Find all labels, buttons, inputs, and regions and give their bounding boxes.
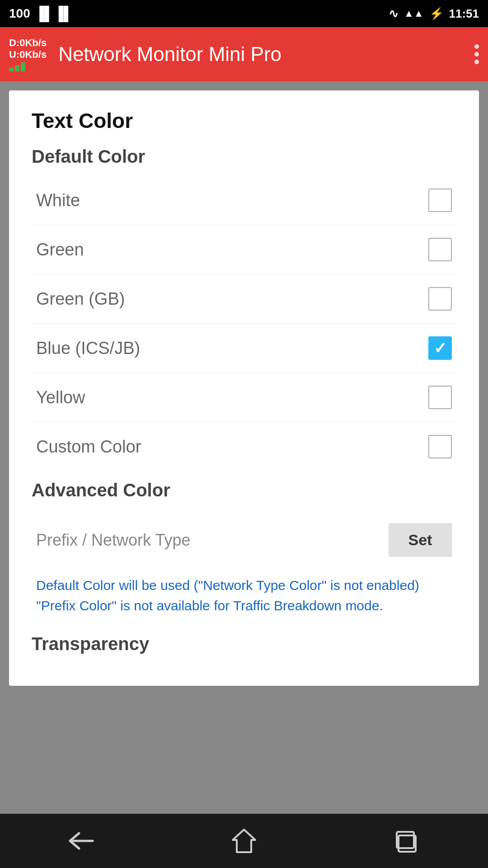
color-label-yellow: Yellow <box>36 388 85 407</box>
color-label-custom: Custom Color <box>36 437 141 457</box>
divider-1 <box>32 225 456 225</box>
status-left: 100 ▐▌▐▌ <box>9 6 73 21</box>
checkbox-custom[interactable] <box>428 435 452 458</box>
upload-stat: U:0Kb/s <box>9 49 47 61</box>
checkbox-green[interactable] <box>428 238 452 261</box>
color-option-white: White <box>32 180 456 220</box>
color-option-blue: Blue (ICS/JB) <box>32 328 456 368</box>
info-line-2: "Prefix Color" is not available for Traf… <box>36 598 383 613</box>
divider-4 <box>32 373 456 373</box>
info-line-1: Default Color will be used ("Network Typ… <box>36 578 419 593</box>
signal-icon: ▲▲ <box>404 8 424 19</box>
color-label-white: White <box>36 191 80 210</box>
download-stat: D:0Kb/s <box>9 37 47 49</box>
advanced-color-section: Advanced Color Prefix / Network Type Set… <box>32 480 456 616</box>
default-color-section: Default Color White Green Green (GB) Bl <box>32 146 456 467</box>
time-display: 11:51 <box>449 7 479 21</box>
bar-2 <box>15 65 19 71</box>
transparency-section: Transparency <box>32 634 456 654</box>
recent-apps-button[interactable] <box>384 825 429 857</box>
battery-level: 100 <box>9 6 30 21</box>
color-label-green: Green <box>36 240 84 259</box>
svg-marker-1 <box>233 830 255 852</box>
color-option-green: Green <box>32 230 456 269</box>
color-option-green-gb: Green (GB) <box>32 279 456 319</box>
bar-1 <box>9 68 14 71</box>
color-label-blue: Blue (ICS/JB) <box>36 339 140 358</box>
menu-dot-3 <box>474 60 479 64</box>
checkbox-yellow[interactable] <box>428 386 452 409</box>
default-color-heading: Default Color <box>32 146 456 167</box>
back-button[interactable] <box>59 825 104 857</box>
color-label-green-gb: Green (GB) <box>36 289 125 309</box>
advanced-color-heading: Advanced Color <box>32 480 456 500</box>
back-icon <box>66 830 97 852</box>
recent-apps-icon <box>393 827 420 854</box>
divider-3 <box>32 323 456 324</box>
checkbox-green-gb[interactable] <box>428 287 452 311</box>
checkbox-blue[interactable] <box>428 336 452 360</box>
divider-2 <box>32 274 456 274</box>
prefix-network-row: Prefix / Network Type Set <box>32 514 456 566</box>
checkbox-white[interactable] <box>428 189 452 212</box>
prefix-network-label: Prefix / Network Type <box>36 531 190 550</box>
home-button[interactable] <box>221 825 267 857</box>
app-bar: D:0Kb/s U:0Kb/s Network Monitor Mini Pro <box>0 27 488 81</box>
app-title: Network Monitor Mini Pro <box>58 43 474 66</box>
bar-3 <box>21 62 25 71</box>
status-bar: 100 ▐▌▐▌ ∿ ▲▲ ⚡ 11:51 <box>0 0 488 27</box>
settings-card: Text Color Default Color White Green Gre… <box>9 90 479 686</box>
status-right: ∿ ▲▲ ⚡ 11:51 <box>389 7 479 21</box>
bottom-nav <box>0 814 488 868</box>
divider-5 <box>32 422 456 422</box>
signal-bars <box>9 62 47 71</box>
overflow-menu-button[interactable] <box>474 44 479 64</box>
transparency-heading: Transparency <box>32 634 456 654</box>
menu-dot-1 <box>474 44 479 49</box>
menu-dot-2 <box>474 52 479 57</box>
wifi-icon: ∿ <box>389 7 399 21</box>
set-button[interactable]: Set <box>389 523 452 557</box>
content-wrapper: Text Color Default Color White Green Gre… <box>0 81 488 814</box>
color-option-custom: Custom Color <box>32 427 456 467</box>
signal-bars-icon: ▐▌▐▌ <box>35 6 73 21</box>
page-title: Text Color <box>32 108 456 133</box>
battery-icon: ⚡ <box>429 7 444 21</box>
network-stats: D:0Kb/s U:0Kb/s <box>9 37 47 71</box>
home-icon <box>230 827 258 854</box>
color-option-yellow: Yellow <box>32 377 456 417</box>
advanced-info-text: Default Color will be used ("Network Typ… <box>32 575 456 616</box>
